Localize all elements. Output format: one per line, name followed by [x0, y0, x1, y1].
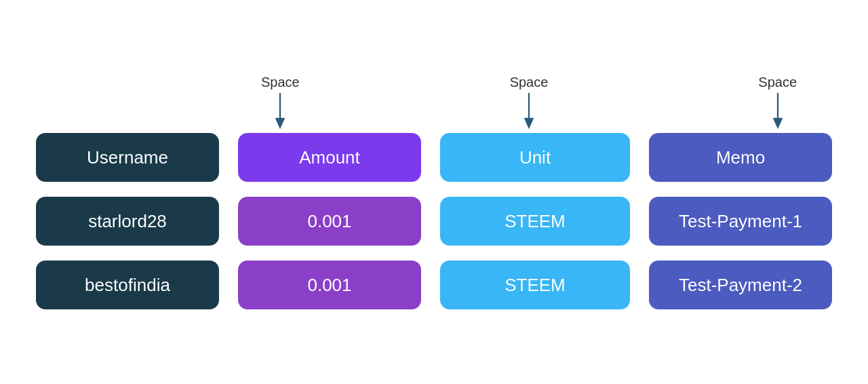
arrow-icon-memo	[768, 93, 788, 130]
header-memo: Memo	[649, 133, 832, 182]
arrow-icon-amount	[270, 93, 290, 130]
arrow-group-unit: Space	[405, 75, 654, 130]
arrow-label-memo: Space	[758, 75, 797, 90]
row2-username: bestofindia	[36, 261, 219, 309]
arrow-group-memo: Space	[653, 75, 868, 130]
arrow-label-amount: Space	[261, 75, 300, 90]
row1-username: starlord28	[36, 197, 219, 246]
arrow-icon-unit	[519, 93, 539, 130]
row2-memo: Test-Payment-2	[649, 261, 832, 309]
row2-amount: 0.001	[238, 261, 421, 309]
row1-amount: 0.001	[238, 197, 421, 246]
header-unit: Unit	[440, 133, 630, 182]
main-container: Space Space Space Username	[0, 61, 868, 323]
row1-unit: STEEM	[440, 197, 630, 246]
header-amount: Amount	[238, 133, 421, 182]
svg-marker-3	[524, 118, 534, 130]
svg-marker-1	[275, 118, 285, 130]
arrow-group-amount: Space	[156, 75, 405, 130]
header-username: Username	[36, 133, 219, 182]
arrow-label-unit: Space	[510, 75, 549, 90]
table-grid: Username Amount Unit Memo starlord28 0.0…	[36, 133, 832, 309]
arrows-row: Space Space Space	[156, 75, 868, 130]
svg-marker-5	[772, 118, 783, 130]
row2-unit: STEEM	[440, 261, 630, 309]
row1-memo: Test-Payment-1	[649, 197, 832, 246]
